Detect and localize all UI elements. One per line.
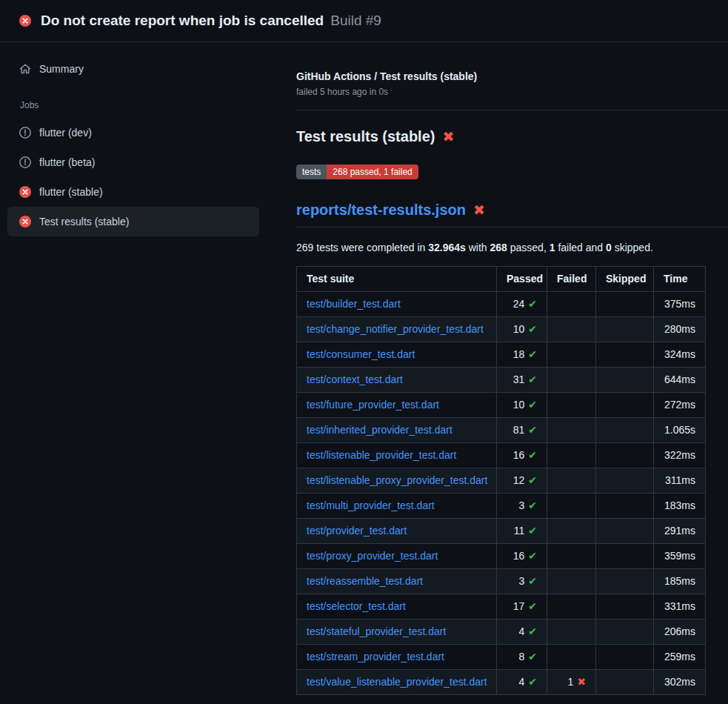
time-cell: 185ms: [654, 569, 706, 594]
failed-cell: [547, 519, 596, 544]
skipped-cell: [596, 519, 654, 544]
test-suite-cell: test/inherited_provider_test.dart: [297, 418, 497, 443]
check-icon: ✔: [528, 575, 537, 587]
table-row: test/consumer_test.dart18✔324ms: [297, 342, 706, 368]
skipped-cell: [596, 594, 654, 620]
section-title: Test results (stable): [296, 128, 435, 145]
x-icon: ✖: [577, 676, 586, 688]
check-icon: ✔: [528, 499, 537, 511]
table-row: test/listenable_provider_test.dart16✔322…: [297, 443, 706, 468]
passed-cell: 16✔: [497, 544, 547, 569]
sidebar-job-label: flutter (beta): [39, 155, 95, 170]
sidebar-item-flutter-beta[interactable]: flutter (beta): [7, 147, 259, 177]
passed-cell: 10✔: [497, 317, 547, 342]
passed-cell: 24✔: [497, 292, 547, 317]
sidebar-item-flutter-dev[interactable]: flutter (dev): [7, 118, 259, 147]
table-row: test/value_listenable_provider_test.dart…: [297, 670, 706, 695]
time-cell: 280ms: [654, 317, 706, 342]
time-cell: 331ms: [654, 594, 706, 620]
sidebar-item-flutter-stable[interactable]: flutter (stable): [7, 177, 259, 207]
column-header-passed: Passed: [497, 267, 547, 292]
test-suite-link[interactable]: test/builder_test.dart: [307, 298, 401, 310]
check-icon: ✔: [528, 676, 537, 688]
failed-cell: [547, 317, 596, 342]
report-link[interactable]: reports/test-results.json: [296, 202, 466, 219]
test-suite-cell: test/selector_test.dart: [297, 594, 497, 620]
divider: [296, 110, 728, 110]
test-suite-link[interactable]: test/stream_provider_test.dart: [307, 651, 444, 663]
failed-cell: [547, 569, 596, 594]
test-suite-link[interactable]: test/listenable_proxy_provider_test.dart: [307, 474, 487, 486]
sidebar-job-label: flutter (dev): [39, 125, 92, 140]
check-icon: ✔: [528, 399, 537, 411]
failed-cell: [547, 468, 596, 494]
passed-cell: 16✔: [497, 443, 547, 468]
test-suite-link[interactable]: test/inherited_provider_test.dart: [307, 424, 453, 436]
test-suite-link[interactable]: test/change_notifier_provider_test.dart: [307, 323, 484, 335]
time-cell: 324ms: [654, 342, 706, 368]
fail-x-icon: ✖: [442, 130, 454, 144]
build-number: Build #9: [330, 13, 381, 29]
skipped-cell: [596, 645, 654, 670]
test-suite-cell: test/consumer_test.dart: [297, 342, 497, 368]
test-suite-link[interactable]: test/consumer_test.dart: [307, 348, 415, 360]
time-cell: 291ms: [654, 519, 706, 544]
test-suite-link[interactable]: test/listenable_provider_test.dart: [307, 449, 456, 461]
table-row: test/builder_test.dart24✔375ms: [297, 292, 706, 317]
test-suite-link[interactable]: test/reassemble_test.dart: [307, 575, 423, 587]
passed-cell: 31✔: [497, 368, 547, 393]
time-cell: 359ms: [654, 544, 706, 569]
test-suite-link[interactable]: test/stateful_provider_test.dart: [307, 625, 446, 637]
sidebar-job-label: flutter (stable): [39, 185, 103, 199]
test-suite-link[interactable]: test/context_test.dart: [307, 373, 403, 385]
time-cell: 259ms: [654, 645, 706, 670]
sidebar-item-summary[interactable]: Summary: [7, 54, 259, 84]
test-suite-cell: test/provider_test.dart: [297, 519, 497, 544]
failed-cell: [547, 443, 596, 468]
summary-line: 269 tests were completed in 32.964s with…: [296, 242, 728, 253]
skipped-cell: [596, 368, 654, 393]
passed-cell: 4✔: [497, 670, 547, 695]
table-row: test/provider_test.dart11✔291ms: [297, 519, 706, 544]
skipped-cell: [596, 569, 654, 594]
test-suite-link[interactable]: test/multi_provider_test.dart: [307, 499, 435, 511]
test-suite-cell: test/listenable_proxy_provider_test.dart: [297, 468, 497, 494]
summary-text: with: [466, 242, 490, 253]
skipped-cell: [596, 443, 654, 468]
summary-skipped-count: 0: [606, 242, 612, 253]
tests-status-badge: tests 268 passed, 1 failed: [296, 165, 418, 179]
column-header-failed: Failed: [547, 267, 596, 292]
x-circle-icon: [19, 15, 31, 27]
check-icon: ✔: [528, 651, 537, 663]
check-icon: ✔: [528, 474, 537, 486]
test-suite-link[interactable]: test/future_provider_test.dart: [307, 399, 439, 411]
table-row: test/future_provider_test.dart10✔272ms: [297, 393, 706, 418]
x-circle-icon: [19, 186, 31, 198]
exclamation-circle-icon: [19, 127, 31, 139]
test-suite-cell: test/context_test.dart: [297, 368, 497, 393]
test-suite-link[interactable]: test/selector_test.dart: [307, 600, 406, 612]
section-title-row: Test results (stable) ✖: [296, 128, 728, 145]
badge-value: 268 passed, 1 failed: [327, 165, 418, 179]
failed-cell: [547, 620, 596, 645]
time-cell: 322ms: [654, 443, 706, 468]
test-suite-cell: test/stateful_provider_test.dart: [297, 620, 497, 645]
test-suite-link[interactable]: test/proxy_provider_test.dart: [307, 550, 438, 562]
test-suite-cell: test/proxy_provider_test.dart: [297, 544, 497, 569]
column-header-test-suite: Test suite: [297, 267, 497, 292]
check-run-header: Do not create report when job is cancell…: [0, 0, 728, 42]
skipped-cell: [596, 292, 654, 317]
check-icon: ✔: [528, 348, 537, 360]
time-cell: 302ms: [654, 670, 706, 695]
fail-x-icon: ✖: [473, 203, 485, 217]
test-suite-link[interactable]: test/value_listenable_provider_test.dart: [307, 676, 487, 688]
passed-cell: 10✔: [497, 393, 547, 418]
time-cell: 311ms: [654, 468, 706, 494]
test-suite-cell: test/multi_provider_test.dart: [297, 494, 497, 519]
table-row: test/stream_provider_test.dart8✔259ms: [297, 645, 706, 670]
failed-cell: [547, 418, 596, 443]
test-suite-link[interactable]: test/provider_test.dart: [307, 525, 407, 537]
sidebar-item-test-results-stable[interactable]: Test results (stable): [7, 207, 259, 236]
time-cell: 375ms: [654, 292, 706, 317]
failed-cell: [547, 393, 596, 418]
